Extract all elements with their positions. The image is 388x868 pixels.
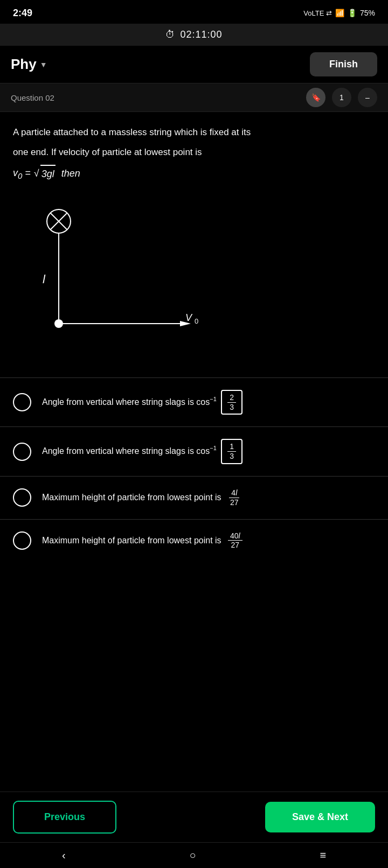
option-a[interactable]: Angle from vertical where string slags i…: [0, 377, 388, 427]
question-label: Question 02: [11, 93, 54, 102]
option-c-radio[interactable]: [13, 488, 31, 507]
status-time: 2:49: [13, 8, 32, 19]
sqrt-symbol: √3gl: [34, 165, 56, 183]
status-icons: VoLTE ⇄ 📶 🔋 75%: [303, 9, 375, 17]
lte-icon: VoLTE ⇄: [303, 9, 332, 17]
bookmark-icon[interactable]: 🔖: [306, 88, 325, 107]
option-b[interactable]: Angle from vertical where string slags i…: [0, 426, 388, 476]
dropdown-arrow-icon[interactable]: ▼: [40, 60, 47, 69]
option-d-fraction: 40l 27: [228, 531, 242, 550]
nav-icons: 🔖 1 –: [306, 88, 377, 107]
subject-title[interactable]: Phy ▼: [11, 56, 47, 73]
header: Phy ▼ Finish: [0, 46, 388, 83]
option-c-text: Maximum height of particle from lowest p…: [42, 488, 375, 507]
home-button[interactable]: ○: [176, 845, 209, 866]
option-a-radio[interactable]: [13, 393, 31, 411]
save-next-button[interactable]: Save & Next: [265, 802, 375, 832]
options-container: Angle from vertical where string slags i…: [0, 377, 388, 562]
option-d[interactable]: Maximum height of particle from lowest p…: [0, 519, 388, 562]
system-nav: ‹ ○ ≡: [0, 842, 388, 868]
option-a-fraction: 2 3: [221, 390, 242, 415]
question-content: A particle attached to a massless string…: [0, 112, 388, 200]
svg-point-6: [54, 319, 63, 328]
svg-text:0: 0: [195, 317, 198, 325]
question-text-line1: A particle attached to a massless string…: [13, 125, 375, 141]
menu-button[interactable]: ≡: [307, 845, 339, 866]
subject-name: Phy: [11, 56, 37, 73]
signal-icon: 📶: [335, 9, 344, 17]
status-bar: 2:49 VoLTE ⇄ 📶 🔋 75%: [0, 0, 388, 24]
timer-bar: ⏱ 02:11:00: [0, 24, 388, 46]
option-a-text: Angle from vertical where string slags i…: [42, 390, 375, 415]
option-b-fraction: 1 3: [221, 439, 242, 464]
battery-icon: 🔋: [348, 9, 357, 17]
question-text-line2: one end. If velocity of particle at lowe…: [13, 145, 375, 160]
option-b-text: Angle from vertical where string slags i…: [42, 439, 375, 464]
option-c-fraction: 4l 27: [228, 488, 241, 507]
finish-button[interactable]: Finish: [310, 52, 377, 76]
timer-value: 02:11:00: [180, 29, 222, 40]
option-d-radio[interactable]: [13, 531, 31, 550]
bottom-nav: Previous Save & Next: [0, 792, 388, 842]
option-c[interactable]: Maximum height of particle from lowest p…: [0, 476, 388, 519]
pendulum-diagram: l V 0: [13, 205, 218, 367]
battery-level: 75%: [360, 9, 375, 17]
previous-button[interactable]: Previous: [13, 801, 116, 834]
timer-icon: ⏱: [165, 29, 176, 40]
question-nav: Question 02 🔖 1 –: [0, 83, 388, 112]
svg-text:V: V: [185, 312, 193, 323]
option-d-text: Maximum height of particle from lowest p…: [42, 531, 375, 550]
svg-text:l: l: [43, 272, 46, 286]
back-button[interactable]: ‹: [49, 845, 79, 866]
diagram-container: l V 0: [0, 200, 388, 377]
question-formula: v0 = √3gl then: [13, 165, 375, 183]
question-number-badge: 1: [332, 88, 351, 107]
option-b-radio[interactable]: [13, 443, 31, 461]
more-icon[interactable]: –: [358, 88, 377, 107]
